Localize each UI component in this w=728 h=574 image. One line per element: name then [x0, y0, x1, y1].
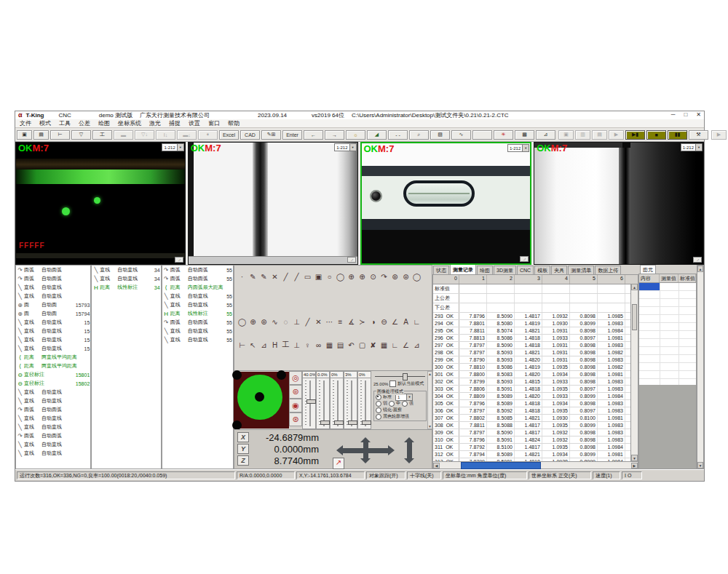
jog-z-arrow[interactable] [407, 442, 412, 458]
feature-item[interactable]: ↷圆弧自动圆弧 [16, 266, 90, 274]
table-hscrollbar[interactable]: ◀ ▶ [432, 462, 638, 469]
arrow-left-button[interactable]: ← [304, 130, 323, 140]
feature-item[interactable]: H距离线性标注34 [92, 283, 160, 292]
edit-tool-icon[interactable]: ✘ [368, 340, 379, 350]
radio-weak[interactable] [376, 401, 381, 407]
ring-segment-button[interactable]: ⊛ [289, 412, 302, 426]
camera-view-4[interactable]: OKM:7 1-212▼ ↔ [534, 142, 704, 265]
element-tab[interactable]: 图元 [640, 265, 656, 274]
measure-tool-icon[interactable]: ╱ [291, 271, 302, 282]
scroll-up-icon[interactable]: ▲ [697, 266, 703, 272]
measurement-row[interactable]: 297OK 7.8797 8.5090 1.4818 1.0931 0.8098… [433, 342, 638, 349]
ruler-tool-button[interactable]: ⊢ [50, 130, 70, 140]
radio-standard[interactable] [376, 394, 381, 400]
feature-item[interactable]: ↷圆弧自动圆弧 [16, 405, 90, 414]
feature-item[interactable]: ⊖直径标注15802 [16, 379, 90, 388]
feature-item[interactable]: ╲直线自动直线34 [92, 274, 160, 283]
close-button[interactable]: ✕ [696, 111, 701, 118]
edit-tool-icon[interactable]: ∟ [389, 340, 400, 350]
menu-item[interactable]: 坐标系统 [118, 119, 141, 127]
feature-item[interactable]: ╲直线自动直线 [16, 396, 90, 405]
feature-item[interactable]: ╲直线自动直线15 [16, 318, 90, 327]
blank-button[interactable] [472, 130, 492, 140]
edit-tool-icon[interactable]: ▦ [324, 340, 335, 350]
edit-tool-icon[interactable]: ↖ [248, 340, 258, 350]
measure-tool-icon[interactable]: ⊕ [357, 271, 368, 282]
measurement-row[interactable]: 301OK 7.8800 8.5083 1.4820 1.0934 0.8098… [433, 371, 638, 378]
measurement-row[interactable]: 296OK 7.8813 8.5086 1.4818 1.0933 0.8097… [433, 335, 638, 342]
magnifier-button[interactable]: ⌕ [409, 130, 429, 140]
dash-button[interactable]: - - [388, 130, 408, 140]
slider-thumb[interactable] [320, 420, 330, 425]
feature-item[interactable]: ↷圆弧自动圆弧 [16, 431, 90, 440]
scroll-right-icon[interactable]: ▶ [631, 463, 638, 469]
menu-item[interactable]: 模式 [39, 119, 51, 127]
arrow-right-button[interactable]: → [325, 130, 344, 140]
stop-button[interactable]: ■ [646, 130, 666, 140]
measurement-row[interactable]: 293OK 7.8796 8.5090 1.4817 1.0932 0.8098… [433, 313, 638, 320]
light-bulb-button[interactable]: ☼ [346, 130, 365, 140]
record-tab[interactable]: 测量清单 [568, 266, 594, 274]
menu-item[interactable]: 工具 [59, 119, 71, 127]
feature-item[interactable]: ╲直线自动直线 [16, 449, 90, 458]
measure-tool-icon[interactable]: ◌ [280, 316, 291, 327]
measure-tool-icon[interactable]: ≡ [335, 316, 346, 327]
feature-item[interactable]: ⊖直径标注15801 [16, 370, 90, 379]
camera-lens-select[interactable]: 1-212▼ [334, 143, 356, 151]
enter-button[interactable]: Enter [282, 130, 302, 140]
measure-tool-icon[interactable]: ✎ [248, 271, 258, 282]
menu-item[interactable]: 帮助 [228, 119, 240, 127]
measurement-row[interactable]: 312OK 7.8794 8.5089 1.4821 1.0934 0.8099… [433, 451, 638, 458]
menu-item[interactable]: 窗口 [208, 119, 220, 127]
save-button[interactable]: ▣ [17, 130, 32, 140]
pause-button[interactable]: ▮▮ [668, 130, 687, 140]
spec-row[interactable]: 标准值 [433, 284, 638, 294]
feature-item[interactable]: ╲直线自动直线 [16, 292, 90, 300]
measurement-row[interactable]: 298OK 7.8797 8.5093 1.4821 1.0931 0.8098… [433, 349, 638, 356]
feature-item[interactable]: ╲直线自动直线15 [16, 344, 90, 353]
measure-tool-icon[interactable]: ⊛ [258, 316, 269, 327]
measure-tool-icon[interactable]: ∠ [389, 316, 400, 327]
resize-grip-icon[interactable]: ↔ [520, 256, 529, 262]
feature-item[interactable]: H距离线性标注55 [162, 309, 233, 318]
measurement-row[interactable]: 303OK 7.8806 8.5091 1.4818 1.0935 0.8097… [433, 386, 638, 393]
table-vscrollbar[interactable]: ▲ ▼ [630, 284, 638, 461]
edit-tool-icon[interactable]: ▦ [379, 340, 389, 350]
feature-item[interactable]: ╲直线自动直线 [16, 440, 90, 449]
measure-tool-icon[interactable]: ≻ [357, 316, 368, 327]
feature-item[interactable]: ⟨距离两直线平均距离 [16, 353, 90, 362]
measurement-row[interactable]: 311OK 7.8792 8.5100 1.4817 1.0935 0.8098… [433, 444, 638, 451]
record-tab[interactable]: 夹具 [551, 266, 567, 274]
resize-grip-icon[interactable]: ↔ [175, 257, 183, 263]
feature-item[interactable]: ╲直线自动直线55 [162, 327, 233, 335]
report-button[interactable]: ✎⊞ [261, 130, 281, 140]
feature-item[interactable]: ⊕圆自动圆15794 [16, 309, 90, 318]
measurement-row[interactable]: 306OK 7.8797 8.5092 1.4818 1.0935 0.8097… [433, 407, 638, 415]
edit-tool-icon[interactable]: ↶ [346, 340, 357, 350]
probe-button[interactable]: ▽ [71, 130, 91, 140]
measurement-row[interactable]: 310OK 7.8796 8.5091 1.4824 1.0932 0.8098… [433, 437, 638, 444]
play-button[interactable]: ▶ [609, 130, 624, 140]
edit-tool-icon[interactable]: 工 [280, 340, 291, 350]
light-slider[interactable] [344, 378, 357, 429]
feature-item[interactable]: ╲直线自动直线34 [92, 266, 160, 274]
play2-button[interactable]: ▶ [711, 130, 727, 140]
probe-down-button[interactable]: ▽↓ [135, 130, 154, 140]
edit-tool-icon[interactable]: ▤ [335, 340, 346, 350]
measurement-row[interactable]: 299OK 7.8790 8.5093 1.4820 1.0931 0.8098… [433, 356, 638, 364]
record-tab[interactable]: CNC [517, 266, 534, 274]
measure-tool-icon[interactable]: ⊖ [379, 316, 389, 327]
camera-view-2[interactable]: OKM:7 1-212▼ ↔ [188, 142, 358, 265]
light-slider[interactable] [330, 378, 344, 429]
measure-tool-icon[interactable]: ✎ [258, 271, 269, 282]
hatch-pattern-button[interactable]: ▨ [430, 130, 450, 140]
record-tab[interactable]: 数据上传 [595, 266, 621, 274]
radio-medium[interactable] [389, 401, 395, 407]
feature-item[interactable]: ⟨距离两直线平均距离 [16, 362, 90, 370]
record-tab[interactable]: 绘图 [477, 266, 493, 274]
ring-segment-button[interactable]: ◎ [289, 371, 302, 385]
hscroll-thumb[interactable] [461, 462, 541, 469]
scroll-up-icon[interactable]: ▲ [631, 284, 638, 290]
edit-tool-icon[interactable]: ∞ [313, 340, 324, 350]
record-tab[interactable]: 模板 [534, 266, 550, 274]
